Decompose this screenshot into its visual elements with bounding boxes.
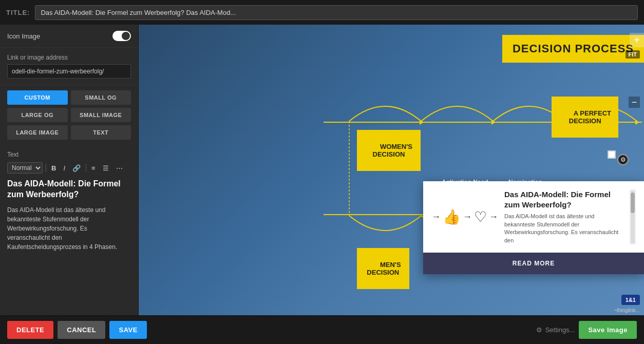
cancel-button[interactable]: CANCEL <box>58 321 105 339</box>
more-button[interactable]: ⋯ <box>114 163 125 173</box>
bottom-bar: DELETE CANCEL SAVE ⚙ Settings... Save Im… <box>0 315 644 344</box>
main-area: Icon Image Link or image address CUSTOM … <box>0 25 644 315</box>
save-image-button[interactable]: Save Image <box>579 321 637 339</box>
toolbar-divider-1 <box>46 164 46 172</box>
size-btn-custom[interactable]: CUSTOM <box>7 90 68 105</box>
arrow-icon-3: → <box>489 212 498 222</box>
perfect-decision-box: A PERFECT DECISION <box>552 97 618 138</box>
arrow-icon-2: → <box>463 212 472 222</box>
popup-card: → 👍 → ♡ → Das AIDA-Modell: Die Formel zu… <box>423 181 644 274</box>
text-section-label: Text <box>7 151 131 158</box>
gear-settings-icon: ⚙ <box>536 326 542 334</box>
arrow-icon: → <box>431 212 441 222</box>
top-bar: TITLE: <box>0 0 644 25</box>
zoom-in-button[interactable]: + <box>630 33 644 47</box>
settings-button[interactable]: ⚙ Settings... <box>536 326 575 334</box>
bottom-right-actions: ⚙ Settings... Save Image <box>536 321 637 339</box>
delete-button[interactable]: DELETE <box>7 321 53 339</box>
popup-icons: → 👍 → ♡ → <box>431 189 498 244</box>
gear-node[interactable]: ⚙ <box>617 154 629 165</box>
size-button-grid: CUSTOM SMALL OG LARGE OG SMALL IMAGE LAR… <box>0 85 138 145</box>
gear-icon: ⚙ <box>620 156 626 163</box>
popup-text: Das AIDA-Modell: Die Formel zum Werbeerf… <box>504 189 623 244</box>
read-more-button[interactable]: READ MORE <box>423 253 644 274</box>
text-body: Das AIDA-Modell ist das älteste und beka… <box>7 205 131 252</box>
settings-label: Settings... <box>545 326 575 334</box>
preview-image: DECISION PROCESS + FIT − <box>139 25 644 315</box>
svg-marker-5 <box>635 120 639 125</box>
scrollbar-thumb <box>631 193 635 213</box>
italic-button[interactable]: I <box>61 163 67 173</box>
link-button[interactable]: 🔗 <box>70 163 83 173</box>
branding-badge: 1&1 <box>621 295 640 305</box>
popup-title: Das AIDA-Modell: Die Formel zum Werbeerf… <box>504 189 623 209</box>
node-indicator <box>608 150 616 159</box>
men-decision-box: MEN'S DECISION <box>357 248 409 289</box>
size-btn-large-og[interactable]: LARGE OG <box>7 108 68 122</box>
bottom-left-actions: DELETE CANCEL SAVE <box>7 321 147 339</box>
text-heading: Das AIDA-Modell: Die Formel zum Werbeerf… <box>7 179 131 200</box>
size-btn-small-og[interactable]: SMALL OG <box>71 90 131 105</box>
ordered-list-button[interactable]: ≡ <box>89 163 98 173</box>
women-decision-box: WOMEN'S DECISION <box>357 130 421 171</box>
text-content-area: Das AIDA-Modell: Die Formel zum Werbeerf… <box>7 179 131 252</box>
text-section: Text Normal B I 🔗 ≡ ☰ ⋯ Das AIDA-Modell:… <box>0 145 138 258</box>
link-section: Link or image address <box>0 48 138 85</box>
scrollbar-track <box>631 190 635 243</box>
left-panel: Icon Image Link or image address CUSTOM … <box>0 25 139 315</box>
preview-area: DECISION PROCESS + FIT − <box>139 25 644 315</box>
heart-icon: ♡ <box>474 208 487 225</box>
format-select[interactable]: Normal <box>7 162 43 174</box>
popup-description: Das AIDA-Modell ist das älteste und beka… <box>504 213 623 244</box>
size-btn-small-image[interactable]: SMALL IMAGE <box>71 108 131 122</box>
toolbar-divider-2 <box>86 164 86 172</box>
icon-image-section: Icon Image <box>0 25 138 48</box>
thinglink-label: ~thinglink... <box>614 308 640 313</box>
save-button[interactable]: SAVE <box>109 321 146 339</box>
size-btn-text[interactable]: TEXT <box>71 125 131 140</box>
icon-image-toggle[interactable] <box>112 31 131 41</box>
thumbsup-icon: 👍 <box>443 208 461 225</box>
icon-image-label: Icon Image <box>7 32 40 40</box>
title-label: TITLE: <box>6 9 30 16</box>
text-toolbar: Normal B I 🔗 ≡ ☰ ⋯ <box>7 162 131 174</box>
title-input[interactable] <box>35 5 638 20</box>
link-label: Link or image address <box>7 54 131 61</box>
toggle-knob <box>122 32 130 40</box>
popup-scrollbar[interactable] <box>630 189 636 244</box>
link-input[interactable] <box>7 64 131 79</box>
bold-button[interactable]: B <box>49 163 58 173</box>
unordered-list-button[interactable]: ☰ <box>101 163 111 173</box>
size-btn-large-image[interactable]: LARGE IMAGE <box>7 125 68 140</box>
